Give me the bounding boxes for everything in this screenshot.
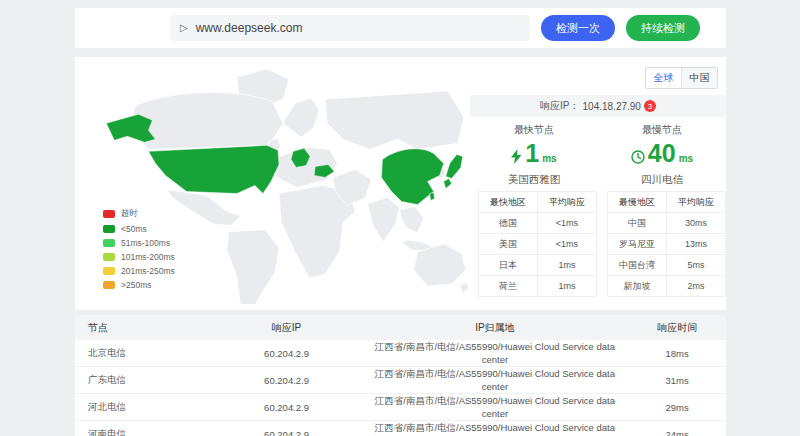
map-country-usa bbox=[148, 145, 279, 193]
legend-swatch-timeout bbox=[103, 210, 115, 218]
map-country-japan bbox=[444, 154, 463, 188]
nodes-table-header: 节点 响应IP IP归属地 响应时间 bbox=[75, 315, 726, 340]
table-row: 荷兰 1ms bbox=[479, 276, 597, 297]
legend-item: 201ms-250ms bbox=[103, 266, 175, 276]
legend-swatch-gt250 bbox=[103, 281, 115, 289]
fastest-node: 最快节点 1 ms 美国西雅图 bbox=[470, 123, 598, 187]
world-map: 超时 <50ms 51ms-100ms 101ms-200ms 201ms-25… bbox=[81, 63, 473, 304]
legend-swatch-lt50 bbox=[103, 225, 115, 233]
fastest-regions-table: 最快地区 平均响应 德国 <1ms 美国 <1ms 日本 1ms 荷兰 1m bbox=[478, 191, 597, 297]
slowest-node-title: 最慢节点 bbox=[598, 123, 726, 137]
ip-count-badge[interactable]: 3 bbox=[644, 100, 656, 112]
table-row: 新加坡 2ms bbox=[608, 276, 726, 297]
fastest-node-unit: ms bbox=[542, 153, 556, 164]
response-ip-label: 响应IP： bbox=[540, 99, 579, 113]
table-row: 中国台湾 5ms bbox=[608, 255, 726, 276]
col-slowest-region: 最慢地区 bbox=[608, 192, 667, 213]
play-icon: ▷ bbox=[180, 23, 188, 33]
fastest-node-value: 1 bbox=[525, 141, 539, 166]
fastest-node-location: 美国西雅图 bbox=[470, 173, 598, 187]
map-scandinavia bbox=[283, 98, 319, 137]
col-response-ip: 响应IP bbox=[212, 315, 362, 340]
map-country-taiwan bbox=[430, 193, 435, 201]
col-avg-response: 平均响应 bbox=[667, 192, 726, 213]
legend-swatch-51-100 bbox=[103, 239, 115, 247]
map-south-america bbox=[227, 230, 279, 304]
legend-swatch-101-200 bbox=[103, 253, 115, 261]
slowest-node-value: 40 bbox=[648, 141, 676, 166]
map-country-alaska bbox=[106, 114, 155, 142]
legend-item: 101ms-200ms bbox=[103, 252, 175, 262]
col-response-time: 响应时间 bbox=[628, 315, 726, 340]
nodes-table-card: 节点 响应IP IP归属地 响应时间 北京电信 60.204.2.9 江西省/南… bbox=[75, 315, 726, 436]
table-row: 中国 30ms bbox=[608, 213, 726, 234]
slowest-node-location: 四川电信 bbox=[598, 173, 726, 187]
tab-china[interactable]: 中国 bbox=[681, 68, 717, 88]
table-row: 广东电信 60.204.2.9 江西省/南昌市/电信/AS55990/Huawe… bbox=[75, 367, 726, 394]
region-tables: 最快地区 平均响应 德国 <1ms 美国 <1ms 日本 1ms 荷兰 1m bbox=[478, 191, 726, 297]
slowest-node: 最慢节点 40 ms 四川电信 bbox=[598, 123, 726, 187]
url-value[interactable]: www.deepseek.com bbox=[196, 21, 303, 35]
map-new-zealand bbox=[460, 282, 469, 294]
response-ip-value: 104.18.27.90 bbox=[583, 101, 641, 112]
table-row: 德国 <1ms bbox=[479, 213, 597, 234]
test-once-button[interactable]: 检测一次 bbox=[541, 15, 615, 41]
legend-item: >250ms bbox=[103, 280, 175, 290]
slowest-regions-table: 最慢地区 平均响应 中国 30ms 罗马尼亚 13ms 中国台湾 5ms 新加坡 bbox=[607, 191, 726, 297]
table-row: 河北电信 60.204.2.9 江西省/南昌市/电信/AS55990/Huawe… bbox=[75, 394, 726, 421]
col-avg-response: 平均响应 bbox=[538, 192, 597, 213]
col-fastest-region: 最快地区 bbox=[479, 192, 538, 213]
map-russia bbox=[325, 91, 464, 149]
tab-global[interactable]: 全球 bbox=[646, 68, 681, 88]
response-ip-bar: 响应IP： 104.18.27.90 3 bbox=[470, 95, 726, 117]
table-row: 日本 1ms bbox=[479, 255, 597, 276]
fastest-node-title: 最快节点 bbox=[470, 123, 598, 137]
table-row: 北京电信 60.204.2.9 江西省/南昌市/电信/AS55990/Huawe… bbox=[75, 340, 726, 367]
legend-item: 超时 bbox=[103, 208, 175, 220]
scope-tabs: 全球 中国 bbox=[645, 67, 718, 89]
lightning-icon bbox=[511, 149, 522, 164]
table-row: 河南电信 60.204.2.9 江西省/南昌市/电信/AS55990/Huawe… bbox=[75, 421, 726, 436]
clock-icon bbox=[631, 150, 645, 164]
url-input[interactable]: ▷ www.deepseek.com bbox=[170, 15, 530, 41]
table-row: 美国 <1ms bbox=[479, 234, 597, 255]
nodes-table: 节点 响应IP IP归属地 响应时间 北京电信 60.204.2.9 江西省/南… bbox=[75, 315, 726, 436]
stats-panel: 全球 中国 响应IP： 104.18.27.90 3 最快节点 1 ms 美国西… bbox=[470, 57, 726, 310]
continuous-test-button[interactable]: 持续检测 bbox=[626, 15, 700, 41]
map-se-asia bbox=[400, 207, 424, 233]
map-india bbox=[367, 198, 399, 242]
result-card: 超时 <50ms 51ms-100ms 101ms-200ms 201ms-25… bbox=[75, 57, 726, 310]
legend-swatch-201-250 bbox=[103, 267, 115, 275]
legend-item: 51ms-100ms bbox=[103, 238, 175, 248]
top-toolbar: ▷ www.deepseek.com 检测一次 持续检测 bbox=[75, 8, 726, 48]
col-ip-location: IP归属地 bbox=[361, 315, 628, 340]
map-mexico bbox=[167, 190, 241, 226]
table-row: 罗马尼亚 13ms bbox=[608, 234, 726, 255]
map-legend: 超时 <50ms 51ms-100ms 101ms-200ms 201ms-25… bbox=[103, 208, 175, 294]
col-node: 节点 bbox=[75, 315, 212, 340]
legend-item: <50ms bbox=[103, 224, 175, 234]
slowest-node-unit: ms bbox=[679, 153, 693, 164]
extreme-nodes: 最快节点 1 ms 美国西雅图 最慢节点 40 bbox=[470, 123, 726, 187]
